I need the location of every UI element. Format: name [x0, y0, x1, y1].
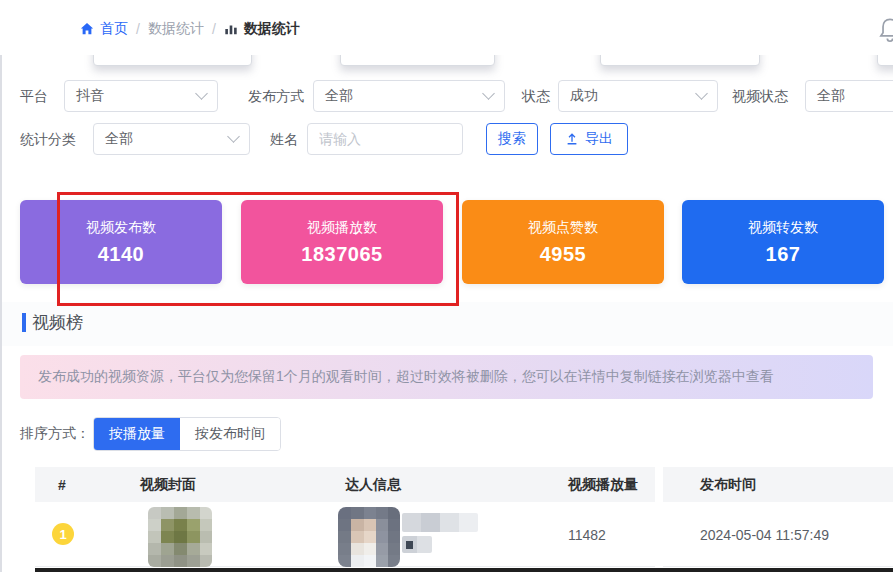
- column-header-rank: #: [58, 467, 66, 502]
- column-header-cover: 视频封面: [140, 467, 196, 502]
- filter-label-stat-category: 统计分类: [20, 131, 76, 149]
- stat-card-video-share-count: 视频转发数 167: [682, 200, 884, 284]
- creator-avatar[interactable]: [338, 507, 400, 567]
- stat-card-value: 4955: [540, 243, 587, 266]
- section-title-accent-bar: [22, 313, 26, 332]
- table-row-fixed[interactable]: 2024-05-04 11:57:49: [663, 502, 893, 567]
- breadcrumb: 首页 / 数据统计 / 数据统计: [80, 20, 300, 38]
- filter-label-status: 状态: [522, 88, 550, 106]
- stat-card-value: 1837065: [301, 243, 382, 266]
- chevron-down-icon: [482, 87, 495, 100]
- chevron-down-icon: [195, 87, 208, 100]
- search-button[interactable]: 搜索: [486, 123, 538, 155]
- notice-banner-text: 发布成功的视频资源，平台仅为您保留1个月的观看时间，超过时效将被删除，您可以在详…: [38, 368, 774, 386]
- breadcrumb-current-label: 数据统计: [244, 20, 300, 38]
- video-status-select[interactable]: 全部: [805, 80, 893, 112]
- plays-cell: 11482: [568, 502, 606, 567]
- video-cover-image[interactable]: [148, 507, 212, 567]
- status-select-value: 成功: [570, 87, 598, 105]
- filter-label-platform: 平台: [20, 88, 48, 106]
- notice-banner: 发布成功的视频资源，平台仅为您保留1个月的观看时间，超过时效将被删除，您可以在详…: [20, 355, 873, 399]
- home-icon: [80, 22, 94, 36]
- video-status-select-value: 全部: [817, 87, 845, 105]
- column-header-plays: 视频播放量: [568, 467, 638, 502]
- sort-by-publish-time-button[interactable]: 按发布时间: [180, 418, 280, 450]
- stat-card-video-play-count: 视频播放数 1837065: [241, 200, 443, 284]
- sort-toggle-group: 按播放量 按发布时间: [93, 417, 281, 451]
- table-header-fixed: 发布时间: [663, 467, 893, 502]
- rank-1-badge: 1: [52, 523, 74, 545]
- search-button-label: 搜索: [498, 130, 526, 148]
- column-header-creator: 达人信息: [345, 467, 401, 502]
- creator-id-redacted: [402, 536, 432, 553]
- breadcrumb-middle: 数据统计: [148, 20, 204, 38]
- stat-category-select[interactable]: 全部: [93, 123, 250, 155]
- breadcrumb-separator: /: [136, 21, 140, 37]
- platform-select[interactable]: 抖音: [64, 80, 218, 112]
- publish-method-select-value: 全部: [325, 87, 353, 105]
- stat-card-label: 视频点赞数: [528, 219, 598, 237]
- publish-method-select[interactable]: 全部: [313, 80, 505, 112]
- status-select[interactable]: 成功: [558, 80, 718, 112]
- stat-card-label: 视频转发数: [748, 219, 818, 237]
- sort-by-plays-button[interactable]: 按播放量: [94, 418, 180, 450]
- stat-card-value: 4140: [98, 243, 145, 266]
- breadcrumb-home-label[interactable]: 首页: [100, 20, 128, 38]
- publish-time-cell: 2024-05-04 11:57:49: [700, 502, 829, 567]
- stat-card-video-publish-count: 视频发布数 4140: [20, 200, 222, 284]
- breadcrumb-separator: /: [212, 21, 216, 37]
- filter-label-publish-method: 发布方式: [248, 88, 304, 106]
- breadcrumb-current: 数据统计: [224, 20, 300, 38]
- sort-method-label: 排序方式：: [20, 425, 90, 443]
- filter-label-name: 姓名: [270, 131, 298, 149]
- stat-card-video-like-count: 视频点赞数 4955: [462, 200, 664, 284]
- upload-icon: [565, 132, 579, 146]
- export-button[interactable]: 导出: [550, 123, 628, 155]
- export-button-label: 导出: [585, 130, 613, 148]
- stat-card-label: 视频播放数: [307, 219, 377, 237]
- breadcrumb-home[interactable]: 首页: [80, 20, 128, 38]
- stat-category-select-value: 全部: [105, 130, 133, 148]
- bell-icon[interactable]: [877, 15, 893, 45]
- creator-name-redacted: [402, 513, 478, 532]
- column-header-publish-time: 发布时间: [700, 467, 756, 502]
- section-title: 视频榜: [32, 311, 83, 334]
- section-band: [2, 302, 893, 346]
- bottom-scrollbar[interactable]: [35, 568, 893, 572]
- data-statistics-page: 首页 / 数据统计 / 数据统计 平台 抖音 发布方式 全部 状态 成功 视频状…: [0, 0, 893, 572]
- table-row[interactable]: 1 11482: [35, 502, 655, 567]
- bar-chart-icon: [224, 22, 238, 36]
- table-header: # 视频封面 达人信息 视频播放量: [35, 467, 655, 502]
- chevron-down-icon: [227, 130, 240, 143]
- name-input[interactable]: [307, 123, 463, 155]
- chevron-down-icon: [695, 87, 708, 100]
- stat-card-value: 167: [766, 243, 801, 266]
- filter-label-video-status: 视频状态: [732, 88, 788, 106]
- platform-select-value: 抖音: [76, 87, 104, 105]
- stat-card-label: 视频发布数: [86, 219, 156, 237]
